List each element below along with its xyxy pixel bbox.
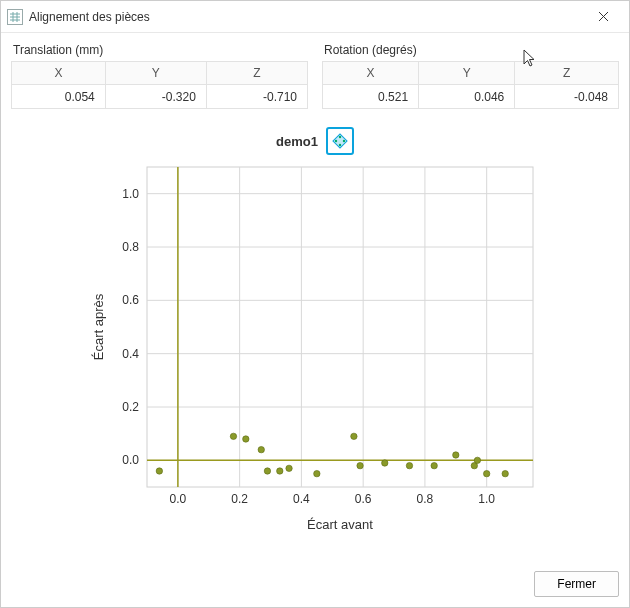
svg-text:1.0: 1.0	[478, 492, 495, 506]
svg-text:0.4: 0.4	[122, 347, 139, 361]
data-point	[406, 462, 412, 468]
close-dialog-button[interactable]: Fermer	[534, 571, 619, 597]
dialog-footer: Fermer	[1, 561, 629, 607]
svg-text:0.8: 0.8	[417, 492, 434, 506]
data-point	[483, 470, 489, 476]
svg-text:0.2: 0.2	[231, 492, 248, 506]
legend-swatch-icon[interactable]	[326, 127, 354, 155]
data-point	[243, 436, 249, 442]
svg-text:Écart avant: Écart avant	[307, 517, 373, 532]
tables-row: Translation (mm) X Y Z 0.054 -0.320 -0.7…	[11, 41, 619, 109]
data-point	[431, 462, 437, 468]
data-point	[156, 468, 162, 474]
translation-row: 0.054 -0.320 -0.710	[12, 85, 308, 109]
translation-table: X Y Z 0.054 -0.320 -0.710	[11, 61, 308, 109]
data-point	[314, 470, 320, 476]
titlebar: Alignement des pièces	[1, 1, 629, 33]
translation-header-y: Y	[105, 62, 206, 85]
data-point	[351, 433, 357, 439]
chart-area: demo1 0.00.20.40.60.81.00.00	[11, 109, 619, 561]
rotation-header-y: Y	[419, 62, 515, 85]
close-button[interactable]	[583, 3, 623, 31]
svg-text:0.2: 0.2	[122, 400, 139, 414]
svg-point-11	[343, 140, 345, 142]
data-point	[382, 460, 388, 466]
dialog-window: Alignement des pièces Translation (mm) X	[0, 0, 630, 608]
svg-point-12	[339, 144, 341, 146]
scatter-chart: 0.00.20.40.60.81.00.00.20.40.60.81.0Écar…	[85, 161, 545, 541]
data-point	[502, 470, 508, 476]
rotation-table: X Y Z 0.521 0.046 -0.048	[322, 61, 619, 109]
window-title: Alignement des pièces	[29, 10, 583, 24]
data-point	[258, 446, 264, 452]
svg-text:0.0: 0.0	[170, 492, 187, 506]
translation-z: -0.710	[206, 85, 307, 109]
svg-text:0.6: 0.6	[355, 492, 372, 506]
rotation-block: Rotation (degrés) X Y Z 0.521 0.046 -0.0…	[322, 41, 619, 109]
svg-text:0.0: 0.0	[122, 453, 139, 467]
translation-header-x: X	[12, 62, 106, 85]
rotation-x: 0.521	[323, 85, 419, 109]
data-point	[264, 468, 270, 474]
data-point	[230, 433, 236, 439]
app-icon	[7, 9, 23, 25]
rotation-caption: Rotation (degrés)	[324, 43, 619, 57]
rotation-y: 0.046	[419, 85, 515, 109]
svg-text:1.0: 1.0	[122, 187, 139, 201]
data-point	[286, 465, 292, 471]
data-point	[474, 457, 480, 463]
svg-point-10	[335, 140, 337, 142]
translation-caption: Translation (mm)	[13, 43, 308, 57]
data-point	[453, 452, 459, 458]
svg-text:Écart après: Écart après	[91, 293, 106, 360]
translation-y: -0.320	[105, 85, 206, 109]
legend-series-label: demo1	[276, 134, 318, 149]
svg-text:0.4: 0.4	[293, 492, 310, 506]
translation-x: 0.054	[12, 85, 106, 109]
svg-rect-13	[147, 167, 533, 487]
close-icon	[598, 9, 609, 25]
data-point	[357, 462, 363, 468]
chart-legend: demo1	[276, 127, 354, 155]
rotation-z: -0.048	[515, 85, 619, 109]
rotation-row: 0.521 0.046 -0.048	[323, 85, 619, 109]
rotation-header-x: X	[323, 62, 419, 85]
translation-block: Translation (mm) X Y Z 0.054 -0.320 -0.7…	[11, 41, 308, 109]
data-point	[277, 468, 283, 474]
translation-header-z: Z	[206, 62, 307, 85]
svg-point-9	[339, 136, 341, 138]
rotation-header-z: Z	[515, 62, 619, 85]
svg-text:0.6: 0.6	[122, 293, 139, 307]
svg-text:0.8: 0.8	[122, 240, 139, 254]
dialog-content: Translation (mm) X Y Z 0.054 -0.320 -0.7…	[1, 33, 629, 561]
